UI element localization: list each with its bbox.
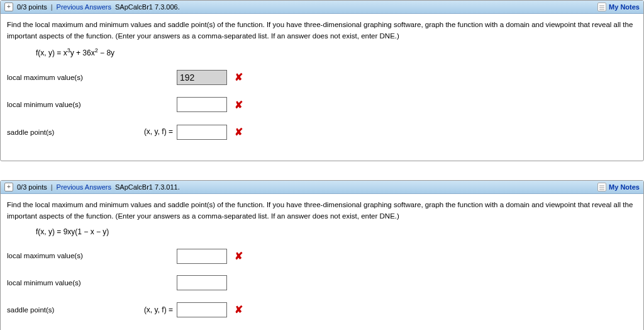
- question-code: SApCalcBr1 7.3.011.: [115, 183, 180, 191]
- incorrect-icon: ✘: [235, 69, 243, 86]
- answer-input[interactable]: [177, 275, 227, 290]
- answer-input[interactable]: [177, 302, 227, 317]
- divider: |: [51, 183, 53, 191]
- answer-input[interactable]: [177, 125, 227, 140]
- previous-answers-link[interactable]: Previous Answers: [57, 183, 111, 191]
- question: +0/3 points|Previous AnswersSApCalcBr1 7…: [0, 180, 644, 330]
- divider: |: [51, 3, 53, 11]
- my-notes-link[interactable]: My Notes: [609, 3, 640, 11]
- header-left: +0/3 points|Previous AnswersSApCalcBr1 7…: [4, 183, 597, 191]
- answer-label: saddle point(s): [7, 304, 130, 316]
- header-right: My Notes: [597, 3, 640, 11]
- formula: f(x, y) = 9xy(1 − x − y): [36, 226, 637, 238]
- answer-row: local maximum value(s)✘: [7, 248, 637, 265]
- instructions: Find the local maximum and minimum value…: [7, 199, 637, 222]
- answer-label: local minimum value(s): [7, 99, 130, 110]
- question-header: +0/3 points|Previous AnswersSApCalcBr1 7…: [1, 181, 643, 194]
- question-header: +0/3 points|Previous AnswersSApCalcBr1 7…: [1, 1, 643, 14]
- notes-icon[interactable]: [597, 3, 606, 11]
- points-label: 0/3 points: [17, 3, 47, 11]
- question: +0/3 points|Previous AnswersSApCalcBr1 7…: [0, 0, 644, 161]
- answer-prefix: (x, y, f) =: [130, 304, 177, 316]
- answer-row: saddle point(s)(x, y, f) =✘: [7, 124, 637, 140]
- incorrect-icon: ✘: [235, 248, 243, 265]
- answer-label: saddle point(s): [7, 127, 130, 138]
- answer-input[interactable]: [177, 97, 227, 112]
- question-code: SApCalcBr1 7.3.006.: [115, 3, 180, 11]
- incorrect-icon: ✘: [235, 302, 243, 318]
- answer-row: local minimum value(s): [7, 275, 637, 290]
- points-label: 0/3 points: [17, 183, 47, 191]
- answer-input[interactable]: [177, 70, 227, 85]
- answer-label: local maximum value(s): [7, 250, 130, 261]
- question-body: Find the local maximum and minimum value…: [1, 194, 643, 330]
- answer-row: local maximum value(s)✘: [7, 69, 637, 86]
- answer-row: saddle point(s)(x, y, f) =✘: [7, 302, 637, 318]
- incorrect-icon: ✘: [235, 97, 243, 113]
- answer-label: local maximum value(s): [7, 72, 130, 83]
- answer-row: local minimum value(s)✘: [7, 97, 637, 113]
- answer-label: local minimum value(s): [7, 277, 130, 288]
- header-right: My Notes: [597, 183, 640, 191]
- expand-icon[interactable]: +: [4, 183, 13, 191]
- answer-prefix: (x, y, f) =: [130, 126, 177, 138]
- previous-answers-link[interactable]: Previous Answers: [57, 3, 111, 11]
- answer-input[interactable]: [177, 249, 227, 264]
- notes-icon[interactable]: [597, 183, 606, 191]
- formula: f(x, y) = x3y + 36x2 − 8y: [36, 46, 637, 59]
- expand-icon[interactable]: +: [4, 3, 13, 11]
- instructions: Find the local maximum and minimum value…: [7, 19, 637, 42]
- question-body: Find the local maximum and minimum value…: [1, 14, 643, 161]
- incorrect-icon: ✘: [235, 124, 243, 140]
- header-left: +0/3 points|Previous AnswersSApCalcBr1 7…: [4, 3, 597, 11]
- my-notes-link[interactable]: My Notes: [609, 183, 640, 191]
